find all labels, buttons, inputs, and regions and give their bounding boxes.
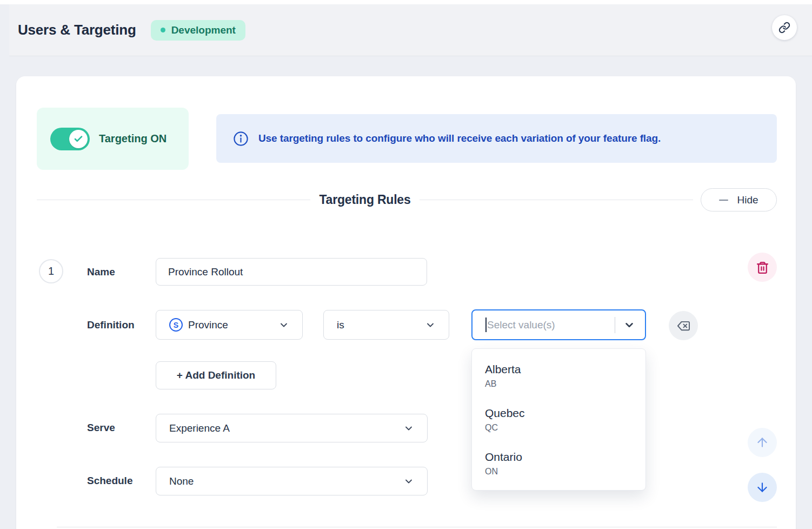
add-definition-button[interactable]: + Add Definition (156, 361, 276, 389)
trash-icon (756, 261, 769, 274)
property-select-value: Province (188, 319, 228, 331)
arrow-down-icon (755, 480, 769, 494)
string-type-icon: S (169, 318, 183, 332)
schedule-select-value: None (169, 475, 194, 487)
targeting-toggle-label: Targeting ON (99, 133, 167, 145)
environment-dot-icon (161, 28, 165, 32)
info-banner: Use targeting rules to configure who wil… (216, 114, 777, 163)
check-icon (74, 134, 83, 144)
combo-separator (615, 317, 615, 333)
divider-line (37, 200, 310, 200)
move-rule-down-button[interactable] (748, 473, 777, 502)
chevron-down-icon (403, 423, 414, 434)
definition-label: Definition (87, 319, 135, 331)
clear-values-button[interactable] (669, 311, 698, 340)
environment-badge: Development (151, 20, 245, 41)
page-title: Users & Targeting (18, 22, 136, 38)
info-banner-text: Use targeting rules to configure who wil… (258, 133, 661, 144)
hide-button-label: Hide (737, 194, 758, 206)
option-sublabel: QC (485, 421, 645, 434)
chevron-down-icon (425, 320, 436, 330)
chevron-down-icon[interactable] (623, 319, 635, 331)
copy-link-button[interactable] (772, 15, 797, 40)
serve-label: Serve (87, 422, 115, 434)
targeting-toggle[interactable] (50, 128, 90, 150)
backspace-icon (677, 320, 690, 332)
operator-select[interactable]: is (323, 310, 449, 340)
option-alberta[interactable]: Alberta AB (485, 362, 645, 391)
targeting-card: Targeting ON Use targeting rules to conf… (16, 76, 796, 529)
serve-select[interactable]: Experience A (156, 414, 428, 442)
chevron-down-icon (278, 320, 289, 330)
operator-select-value: is (337, 319, 344, 331)
values-placeholder: Select value(s) (487, 319, 555, 331)
property-select[interactable]: S Province (156, 310, 303, 340)
arrow-up-icon (755, 435, 769, 449)
targeting-rules-divider: Targeting Rules Hide (37, 188, 777, 211)
link-icon (778, 22, 790, 34)
chevron-down-icon (403, 476, 414, 487)
text-caret (485, 318, 487, 332)
rule-number-badge: 1 (39, 259, 63, 283)
values-multiselect[interactable]: Select value(s) (471, 309, 646, 340)
option-sublabel: AB (485, 377, 645, 391)
option-label: Quebec (485, 406, 645, 421)
delete-rule-button[interactable] (748, 253, 777, 282)
serve-select-value: Experience A (169, 422, 230, 434)
targeting-rules-title: Targeting Rules (319, 193, 410, 207)
schedule-label: Schedule (87, 475, 132, 487)
targeting-status-panel: Targeting ON (37, 108, 189, 170)
option-sublabel: ON (485, 465, 645, 478)
name-label: Name (87, 266, 115, 278)
divider-line (420, 200, 693, 200)
hide-rules-button[interactable]: Hide (701, 188, 777, 211)
minus-icon (719, 200, 728, 201)
option-label: Alberta (485, 362, 645, 377)
schedule-select[interactable]: None (156, 467, 428, 495)
option-quebec[interactable]: Quebec QC (485, 406, 645, 434)
move-rule-up-button[interactable] (748, 428, 777, 457)
environment-badge-label: Development (171, 24, 236, 36)
toggle-knob (69, 130, 88, 148)
info-icon (233, 131, 249, 147)
section-divider (57, 527, 777, 527)
values-dropdown-menu: Alberta AB Quebec QC Ontario ON (471, 348, 646, 491)
option-label: Ontario (485, 449, 645, 465)
rule-name-input[interactable] (156, 258, 427, 286)
page-header: Users & Targeting Development (9, 4, 812, 56)
option-ontario[interactable]: Ontario ON (485, 449, 645, 478)
